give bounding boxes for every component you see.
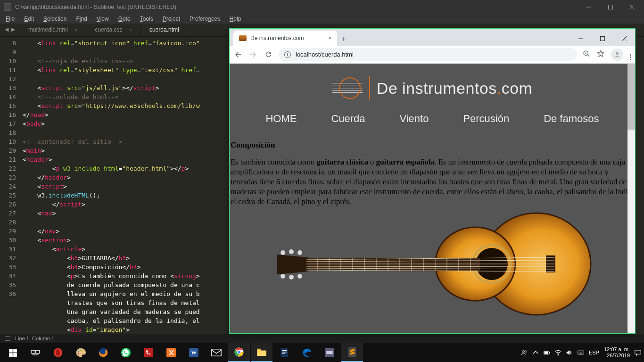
menu-tools[interactable]: Tools	[136, 15, 157, 23]
tab-title: De instrumentos.com	[250, 35, 304, 41]
clock-date: 26/7/2019	[604, 353, 630, 359]
article-subtitle: Composición	[231, 140, 635, 150]
tab-label: cuerda.html	[149, 26, 179, 33]
taskbar-clock[interactable]: 12:07 a. m. 26/7/2019	[604, 346, 630, 359]
tab-nav-right-icon[interactable]: ▶	[11, 26, 15, 33]
sublime-title: C:\xampp\htdocs\cuerda.html - Sublime Te…	[15, 4, 176, 10]
zoom-icon[interactable]	[583, 50, 590, 59]
svg-rect-61	[282, 350, 287, 351]
action-center-icon[interactable]	[635, 349, 641, 356]
nav-viento[interactable]: Viento	[399, 113, 429, 125]
svg-point-45	[80, 349, 81, 351]
start-button[interactable]	[2, 343, 24, 362]
logo-icon	[332, 77, 363, 99]
menu-project[interactable]: Project	[159, 15, 184, 23]
sidebar-toggle-icon[interactable]	[5, 336, 10, 341]
taskbar-notes[interactable]	[273, 343, 295, 362]
sublime-menubar: File Edit Selection Find View Goto Tools…	[0, 14, 644, 24]
taskbar-paint[interactable]	[70, 343, 91, 362]
profile-avatar-icon[interactable]	[611, 49, 623, 61]
svg-point-47	[78, 353, 79, 354]
taskbar-whatsapp[interactable]	[115, 343, 137, 362]
nav-famosos[interactable]: De famosos	[544, 113, 599, 125]
svg-point-68	[525, 351, 527, 353]
taskbar-opera[interactable]	[47, 343, 69, 362]
sublime-app-icon	[4, 3, 11, 11]
tray-expand-icon[interactable]	[532, 349, 539, 356]
nav-home[interactable]: HOME	[265, 113, 297, 125]
menu-goto[interactable]: Goto	[115, 15, 134, 23]
svg-rect-63	[282, 354, 285, 354]
svg-rect-39	[13, 353, 17, 357]
taskbar-word[interactable]: W	[183, 343, 205, 362]
taskbar-mail[interactable]	[206, 343, 227, 362]
svg-rect-37	[13, 349, 17, 353]
menu-preferences[interactable]: Preferences	[186, 15, 224, 23]
site-nav: HOME Cuerda Viento Percusión De famosos	[230, 108, 635, 130]
sublime-title-bar: C:\xampp\htdocs\cuerda.html - Sublime Te…	[0, 0, 644, 14]
battery-icon[interactable]	[544, 349, 550, 356]
tab-multimedia[interactable]: multimedia.html×	[20, 24, 86, 36]
taskbar-explorer[interactable]	[251, 343, 272, 362]
svg-point-25	[289, 249, 294, 254]
svg-rect-65	[326, 351, 332, 354]
people-icon[interactable]	[521, 349, 528, 356]
chrome-menu-button[interactable]	[630, 49, 631, 60]
back-button[interactable]	[233, 50, 243, 59]
tab-nav-left-icon[interactable]: ◀	[5, 26, 8, 33]
menu-find[interactable]: Find	[72, 15, 91, 23]
forward-button[interactable]	[248, 50, 258, 59]
status-position: Line 1, Column 1	[15, 336, 54, 341]
close-icon[interactable]: ×	[74, 27, 77, 33]
browser-tab[interactable]: De instrumentos.com ×	[233, 31, 337, 46]
input-language[interactable]: ESP	[589, 350, 599, 355]
chrome-maximize-button[interactable]	[592, 32, 613, 46]
nav-percusion[interactable]: Percusión	[463, 113, 509, 125]
minimize-button[interactable]	[578, 0, 600, 14]
svg-rect-59	[257, 349, 261, 351]
menu-file[interactable]: File	[2, 15, 18, 23]
taskbar-xampp[interactable]	[160, 343, 182, 362]
svg-point-43	[56, 349, 60, 356]
svg-rect-36	[9, 349, 13, 353]
menu-edit[interactable]: Edit	[20, 15, 38, 23]
chrome-minimize-button[interactable]	[570, 32, 592, 46]
svg-point-44	[78, 351, 79, 353]
bookmark-star-icon[interactable]	[597, 50, 604, 59]
tab-cuerda-html[interactable]: cuerda.html	[141, 24, 188, 36]
chrome-close-button[interactable]	[613, 32, 635, 46]
menu-view[interactable]: View	[93, 15, 113, 23]
site-info-icon[interactable]: i	[284, 51, 291, 58]
sublime-status-bar: Line 1, Column 1	[0, 334, 644, 344]
vertical-scrollbar[interactable]	[627, 64, 635, 333]
article-content: Composición Es también conocida como gui…	[230, 140, 635, 316]
close-icon[interactable]: ×	[328, 35, 331, 41]
svg-rect-0	[609, 5, 613, 9]
reload-button[interactable]	[264, 50, 273, 59]
tab-cuerda-css[interactable]: cuerda.css×	[86, 24, 140, 36]
taskbar-sublime[interactable]	[341, 343, 363, 362]
svg-rect-60	[281, 348, 288, 357]
address-bar[interactable]: i localhost/cuerda.html	[279, 48, 577, 61]
volume-icon[interactable]	[566, 349, 573, 356]
tab-label: multimedia.html	[28, 26, 68, 33]
taskbar-chrome[interactable]	[228, 343, 250, 362]
keyboard-icon[interactable]	[578, 349, 584, 356]
taskbar-acrobat[interactable]	[138, 343, 159, 362]
taskbar-edge[interactable]	[296, 343, 318, 362]
close-button[interactable]	[621, 0, 643, 14]
menu-selection[interactable]: Selection	[40, 15, 70, 23]
nav-cuerda[interactable]: Cuerda	[331, 113, 365, 125]
close-icon[interactable]: ×	[129, 27, 132, 33]
menu-help[interactable]: Help	[226, 15, 245, 23]
svg-point-29	[297, 274, 302, 279]
wifi-icon[interactable]	[555, 349, 561, 356]
url-text: localhost/cuerda.html	[296, 51, 354, 58]
svg-rect-71	[545, 352, 548, 354]
svg-rect-40	[31, 350, 35, 353]
task-view-button[interactable]	[25, 343, 46, 362]
new-tab-button[interactable]: +	[337, 33, 350, 46]
taskbar-app-generic[interactable]	[319, 343, 340, 362]
maximize-button[interactable]	[600, 0, 621, 14]
taskbar-firefox[interactable]	[92, 343, 114, 362]
